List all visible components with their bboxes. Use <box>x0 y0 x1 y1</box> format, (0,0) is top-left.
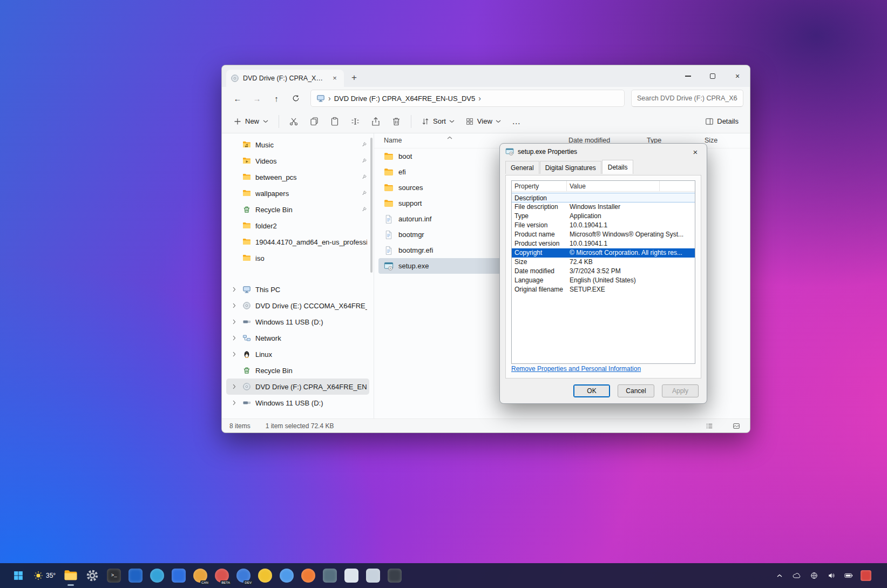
desktop[interactable]: DVD Drive (F:) CPRA_X64FRE_E × + × ← → ↑… <box>0 0 887 588</box>
property-row-language[interactable]: Language English (United States) <box>512 276 695 285</box>
property-row-file-version[interactable]: File version 10.0.19041.1 <box>512 221 695 230</box>
sidebar-item-dvd-drive-f[interactable]: DVD Drive (F:) CPRA_X64FRE_EN-US_DV5 <box>226 379 369 395</box>
close-button[interactable]: × <box>725 65 750 87</box>
taskbar-app-settings[interactable] <box>82 565 103 586</box>
tab-details[interactable]: Details <box>602 160 634 174</box>
start-button[interactable] <box>8 565 29 586</box>
forward-button[interactable]: → <box>248 89 266 107</box>
chevron-down-icon <box>263 119 268 124</box>
paste-button[interactable] <box>325 112 344 131</box>
refresh-icon <box>292 94 300 102</box>
volume-button[interactable] <box>823 565 839 586</box>
cancel-button[interactable]: Cancel <box>618 384 654 397</box>
sidebar-item-videos[interactable]: Videos <box>226 153 369 169</box>
share-button[interactable] <box>366 112 385 131</box>
taskbar-app-browser-dev[interactable]: DEV <box>233 565 254 586</box>
tab-digital-signatures[interactable]: Digital Signatures <box>540 161 601 174</box>
column-value[interactable]: Value <box>567 181 660 191</box>
taskbar-app-edge-insider[interactable] <box>319 565 341 586</box>
cut-button[interactable] <box>284 112 303 131</box>
taskbar-app-browser-beta[interactable]: BETA <box>211 565 233 586</box>
view-button[interactable]: View <box>461 113 506 130</box>
app-badge: CAN <box>200 580 209 585</box>
taskbar-app-notepad[interactable] <box>341 565 362 586</box>
property-row-product-version[interactable]: Product version 10.0.19041.1 <box>512 239 695 248</box>
taskbar-app-movies-tv[interactable] <box>125 565 146 586</box>
sort-button[interactable]: Sort <box>416 113 459 130</box>
property-name: Product name <box>512 230 567 239</box>
taskbar-app-browser-yellow[interactable] <box>254 565 276 586</box>
large-icons-view-button[interactable] <box>730 421 742 431</box>
tray-app-button[interactable] <box>858 565 874 586</box>
breadcrumb-chevron-icon[interactable]: › <box>328 94 331 103</box>
address-bar[interactable]: › DVD Drive (F:) CPRA_X64FRE_EN-US_DV5 › <box>310 90 625 107</box>
sidebar-item-recycle-bin[interactable]: Recycle Bin <box>226 201 369 218</box>
taskbar-app-text-editor[interactable] <box>362 565 384 586</box>
copy-button[interactable] <box>304 112 324 131</box>
property-row-original-filename[interactable]: Original filename SETUP.EXE <box>512 285 695 294</box>
sidebar-item-music[interactable]: Music <box>226 137 369 153</box>
breadcrumb-chevron-icon[interactable]: › <box>478 94 481 103</box>
sidebar-item-dvd-drive-e[interactable]: DVD Drive (E:) CCCOMA_X64FRE_EN-US_DV <box>226 298 369 314</box>
new-button[interactable]: New <box>228 113 274 129</box>
taskbar-app-edge[interactable] <box>146 565 168 586</box>
sidebar-item-folder2[interactable]: folder2 <box>226 218 369 234</box>
network-button[interactable] <box>806 565 822 586</box>
taskbar-app-store[interactable] <box>168 565 189 586</box>
column-size[interactable]: Size <box>705 137 717 144</box>
tab-close-icon[interactable]: × <box>330 73 340 83</box>
sidebar-item-this-pc[interactable]: This PC <box>226 281 369 298</box>
back-button[interactable]: ← <box>228 89 247 107</box>
apply-button[interactable]: Apply <box>662 384 699 397</box>
dialog-close-button[interactable]: × <box>685 144 706 159</box>
folder-icon <box>384 183 394 193</box>
sidebar-item-iso[interactable]: iso <box>226 250 369 266</box>
sidebar-item-network[interactable]: Network <box>226 330 369 346</box>
property-name: Language <box>512 276 567 285</box>
details-view-button[interactable] <box>703 421 715 431</box>
breadcrumb-path[interactable]: DVD Drive (F:) CPRA_X64FRE_EN-US_DV5 <box>334 94 476 103</box>
taskbar-app-usb-tool[interactable] <box>384 565 405 586</box>
sidebar-item-windows11-usb[interactable]: Windows 11 USB (D:) <box>226 314 369 330</box>
refresh-button[interactable] <box>287 89 305 107</box>
search-input[interactable] <box>631 90 743 107</box>
taskbar-app-chrome[interactable] <box>276 565 297 586</box>
battery-button[interactable] <box>841 565 857 586</box>
taskbar-app-browser-canary[interactable]: CAN <box>189 565 211 586</box>
sidebar-item-wallpapers[interactable]: wallpapers <box>226 185 369 201</box>
taskbar: 35° >_ CAN BETA DEV <box>0 563 887 588</box>
sidebar-item-linux[interactable]: Linux <box>226 346 369 362</box>
new-tab-button[interactable]: + <box>346 70 362 86</box>
up-button[interactable]: ↑ <box>267 89 286 107</box>
property-row-copyright[interactable]: Copyright © Microsoft Corporation. All r… <box>512 248 695 258</box>
column-name[interactable]: Name <box>384 137 402 144</box>
maximize-button[interactable] <box>700 65 725 87</box>
delete-button[interactable] <box>387 112 406 131</box>
property-row-file-description[interactable]: File description Windows Installer <box>512 202 695 212</box>
ok-button[interactable]: OK <box>573 384 610 397</box>
tab-general[interactable]: General <box>505 161 539 174</box>
rename-button[interactable] <box>346 112 365 131</box>
sidebar-item-19044-folder[interactable]: 19044.4170_amd64_en-us_professional_19d <box>226 234 369 250</box>
property-row-size[interactable]: Size 72.4 KB <box>512 258 695 267</box>
sidebar-item-between-pcs[interactable]: between_pcs <box>226 169 369 185</box>
taskbar-app-terminal[interactable]: >_ <box>103 565 125 586</box>
taskbar-app-file-explorer[interactable] <box>60 565 82 586</box>
sidebar-item-windows11-usb-2[interactable]: Windows 11 USB (D:) <box>226 395 369 411</box>
property-row-date-modified[interactable]: Date modified 3/7/2024 3:52 PM <box>512 267 695 276</box>
hidden-icons-button[interactable] <box>771 565 788 586</box>
taskbar-app-firefox[interactable] <box>297 565 319 586</box>
property-row-type[interactable]: Type Application <box>512 212 695 221</box>
column-property[interactable]: Property <box>512 181 567 191</box>
more-options-button[interactable]: … <box>507 112 526 131</box>
details-pane-button[interactable]: Details <box>700 113 743 130</box>
sidebar-scrollbar[interactable] <box>370 138 373 273</box>
minimize-button[interactable] <box>675 65 700 87</box>
onedrive-button[interactable] <box>789 565 805 586</box>
explorer-tab[interactable]: DVD Drive (F:) CPRA_X64FRE_E × <box>226 70 344 87</box>
sidebar-item-recycle-bin-2[interactable]: Recycle Bin <box>226 362 369 379</box>
property-row-product-name[interactable]: Product name Microsoft® Windows® Operati… <box>512 230 695 239</box>
remove-properties-link[interactable]: Remove Properties and Personal Informati… <box>511 365 641 373</box>
system-tray <box>771 565 879 586</box>
weather-widget[interactable]: 35° <box>29 565 60 586</box>
